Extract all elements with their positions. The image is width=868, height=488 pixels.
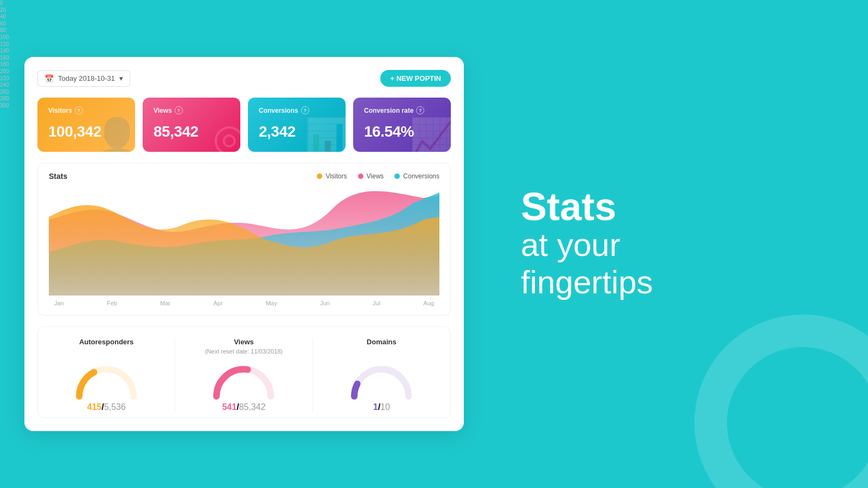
domains-value: 1/10	[373, 402, 390, 412]
autoresponders-gauge-svg	[74, 361, 139, 399]
legend-conversions-label: Conversions	[403, 172, 439, 180]
domains-label: Domains	[367, 338, 397, 346]
views-gauge-sublabel: (Next reset date: 11/03/2018)	[205, 348, 283, 355]
legend-visitors: Visitors	[317, 172, 347, 180]
legend-dot-conversions	[394, 174, 400, 179]
chart-header: Stats Visitors Views Conversions	[49, 172, 439, 181]
legend-views: Views	[358, 172, 384, 180]
domains-total: 10	[380, 402, 390, 412]
views-bg-icon: ◎	[213, 115, 240, 152]
domains-gauge-svg	[349, 361, 414, 399]
views-gauge-label: Views	[234, 338, 254, 346]
domains-sublabel	[381, 348, 382, 355]
help-icon[interactable]: ?	[75, 106, 83, 114]
legend-visitors-label: Visitors	[326, 172, 347, 180]
date-picker-button[interactable]: 📅 Today 2018-10-31 ▾	[37, 70, 130, 87]
conversion-rate-card: Conversion rate ? 16.54% 📈	[353, 98, 451, 152]
dashboard-card: 📅 Today 2018-10-31 ▾ + NEW POPTIN Visito…	[24, 57, 464, 431]
autoresponders-value: 415/5,536	[87, 402, 126, 412]
views-card: Views ? 85,342 ◎	[143, 98, 240, 152]
domains-used: 1	[373, 402, 378, 412]
gauge-views: Views (Next reset date: 11/03/2018) 541/…	[175, 338, 312, 412]
autoresponders-label: Autoresponders	[79, 338, 133, 346]
chevron-down-icon: ▾	[119, 74, 123, 82]
chart-svg-wrap: Jan Feb Mar Apr May Jun Jul Aug	[49, 187, 439, 306]
help-icon[interactable]: ?	[301, 106, 309, 114]
autoresponders-total: 5,536	[104, 402, 126, 412]
legend-views-label: Views	[367, 172, 384, 180]
right-panel: Stats at your fingertips	[488, 0, 868, 488]
legend-dot-views	[358, 174, 363, 179]
hero-text: Stats at your fingertips	[521, 187, 835, 301]
autoresponders-sublabel	[106, 348, 107, 355]
chart-section: Stats Visitors Views Conversions	[37, 163, 451, 316]
visitors-label: Visitors ?	[48, 106, 124, 114]
gauge-domains: Domains 1/10	[313, 338, 450, 412]
gauges-section: Autoresponders 415/5,536 Views (Next res…	[37, 326, 451, 418]
legend-dot-visitors	[317, 174, 322, 179]
chart-with-yaxis: 300 280 260 240 220 200 180 160 140 120 …	[49, 187, 439, 306]
top-bar: 📅 Today 2018-10-31 ▾ + NEW POPTIN	[37, 70, 451, 87]
help-icon[interactable]: ?	[175, 106, 183, 114]
chart-title: Stats	[49, 172, 67, 181]
conversions-card: Conversions ? 2,342 📊	[248, 98, 346, 152]
visitors-card: Visitors ? 100,342 👤	[37, 98, 135, 152]
conversions-label: Conversions ?	[259, 106, 335, 114]
left-panel: 📅 Today 2018-10-31 ▾ + NEW POPTIN Visito…	[0, 0, 488, 488]
views-label: Views ?	[154, 106, 229, 114]
date-label: Today 2018-10-31	[58, 74, 115, 82]
conversion-rate-bg-icon: 📈	[409, 115, 451, 152]
circle-decoration	[694, 314, 868, 488]
autoresponders-used: 415	[87, 402, 102, 412]
views-gauge-value: 541/85,342	[222, 402, 265, 412]
chart-legend: Visitors Views Conversions	[317, 172, 439, 180]
help-icon[interactable]: ?	[416, 106, 424, 114]
stat-cards: Visitors ? 100,342 👤 Views ? 85,342 ◎ Co…	[37, 98, 451, 152]
area-chart-svg	[49, 187, 439, 296]
conversions-bg-icon: 📊	[304, 115, 346, 152]
gauge-autoresponders: Autoresponders 415/5,536	[38, 338, 175, 412]
calendar-icon: 📅	[44, 74, 54, 83]
new-poptin-button[interactable]: + NEW POPTIN	[380, 70, 451, 87]
views-gauge-svg	[211, 361, 276, 399]
conversion-rate-label: Conversion rate ?	[364, 106, 440, 114]
hero-bold: Stats	[521, 187, 835, 226]
views-used: 541	[222, 402, 237, 412]
legend-conversions: Conversions	[394, 172, 439, 180]
views-total: 85,342	[239, 402, 266, 412]
hero-light-line1: at your	[521, 226, 835, 264]
y-axis: 300 280 260 240 220 200 180 160 140 120 …	[0, 0, 9, 108]
chart-x-labels: Jan Feb Mar Apr May Jun Jul Aug	[49, 300, 439, 306]
visitors-bg-icon: 👤	[93, 115, 135, 152]
hero-light-line2: fingertips	[521, 264, 835, 301]
